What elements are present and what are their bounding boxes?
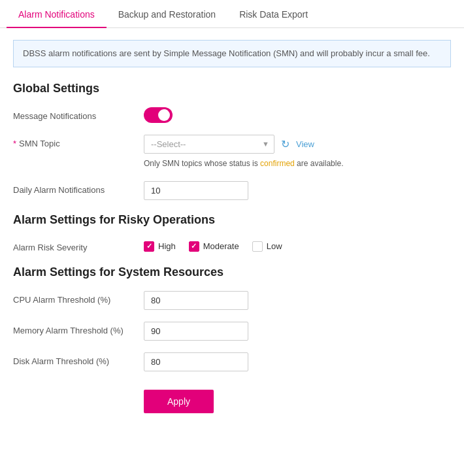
cpu-threshold-row: CPU Alarm Threshold (%) — [13, 291, 451, 310]
toggle-track — [144, 107, 173, 123]
alarm-risk-severity-control: High Moderate Low — [144, 239, 451, 252]
risky-operations-title: Alarm Settings for Risky Operations — [13, 213, 451, 227]
daily-alarm-input[interactable] — [144, 181, 248, 200]
apply-button[interactable]: Apply — [144, 390, 214, 413]
daily-alarm-control — [144, 181, 451, 200]
tab-alarm-notifications[interactable]: Alarm Notifications — [7, 0, 107, 27]
checkbox-high-box — [144, 241, 154, 252]
main-content: DBSS alarm notifications are sent by Sim… — [0, 28, 464, 425]
smn-select-row: --Select-- ▼ ↻ View — [144, 135, 451, 154]
memory-threshold-control — [144, 322, 451, 341]
disk-threshold-control — [144, 352, 451, 371]
alarm-risk-severity-label: Alarm Risk Severity — [13, 239, 144, 252]
smn-topic-row: * SMN Topic --Select-- ▼ ↻ View Only SMN… — [13, 135, 451, 169]
smn-topic-select-wrapper: --Select-- ▼ — [144, 135, 274, 154]
smn-topic-label: * SMN Topic — [13, 135, 144, 148]
info-banner: DBSS alarm notifications are sent by Sim… — [13, 40, 451, 67]
memory-threshold-label: Memory Alarm Threshold (%) — [13, 322, 144, 335]
checkbox-group: High Moderate Low — [144, 239, 451, 252]
tab-alarm-label: Alarm Notifications — [18, 9, 95, 20]
message-notifications-label: Message Notifications — [13, 107, 144, 121]
checkbox-low-label: Low — [267, 241, 282, 251]
refresh-icon[interactable]: ↻ — [281, 138, 290, 150]
smn-topic-hint: Only SMN topics whose status is confirme… — [144, 158, 451, 169]
global-settings-title: Global Settings — [13, 82, 451, 95]
disk-threshold-label: Disk Alarm Threshold (%) — [13, 352, 144, 366]
disk-threshold-row: Disk Alarm Threshold (%) — [13, 352, 451, 371]
cpu-threshold-label: CPU Alarm Threshold (%) — [13, 291, 144, 305]
checkbox-low-box — [252, 241, 263, 252]
system-resources-title: Alarm Settings for System Resources — [13, 265, 451, 279]
tab-risk-data-export[interactable]: Risk Data Export — [227, 0, 320, 27]
checkbox-low[interactable]: Low — [252, 241, 282, 252]
checkbox-moderate-label: Moderate — [203, 241, 239, 251]
required-star: * — [13, 139, 16, 148]
cpu-threshold-input[interactable] — [144, 291, 248, 310]
confirmed-text: confirmed — [260, 159, 295, 168]
message-notifications-toggle[interactable] — [144, 107, 173, 123]
tab-backup-restoration[interactable]: Backup and Restoration — [107, 0, 227, 27]
tab-risk-label: Risk Data Export — [239, 9, 308, 20]
message-notifications-row: Message Notifications — [13, 107, 451, 123]
checkbox-high[interactable]: High — [144, 241, 176, 252]
daily-alarm-row: Daily Alarm Notifications — [13, 181, 451, 200]
checkbox-moderate[interactable]: Moderate — [189, 241, 239, 252]
apply-button-container: Apply — [13, 383, 451, 413]
daily-alarm-label: Daily Alarm Notifications — [13, 181, 144, 195]
checkbox-high-label: High — [158, 241, 176, 251]
memory-threshold-input[interactable] — [144, 322, 248, 341]
disk-threshold-input[interactable] — [144, 352, 248, 371]
smn-topic-control: --Select-- ▼ ↻ View Only SMN topics whos… — [144, 135, 451, 169]
toggle-thumb — [158, 109, 170, 121]
tab-bar: Alarm Notifications Backup and Restorati… — [0, 0, 464, 28]
view-link[interactable]: View — [296, 139, 314, 149]
memory-threshold-row: Memory Alarm Threshold (%) — [13, 322, 451, 341]
checkbox-moderate-box — [189, 241, 199, 252]
smn-topic-select[interactable]: --Select-- — [144, 135, 274, 154]
info-banner-text: DBSS alarm notifications are sent by Sim… — [23, 48, 430, 58]
tab-backup-label: Backup and Restoration — [118, 9, 216, 20]
alarm-risk-severity-row: Alarm Risk Severity High Moderate Low — [13, 239, 451, 252]
cpu-threshold-control — [144, 291, 451, 310]
message-notifications-control — [144, 107, 451, 123]
